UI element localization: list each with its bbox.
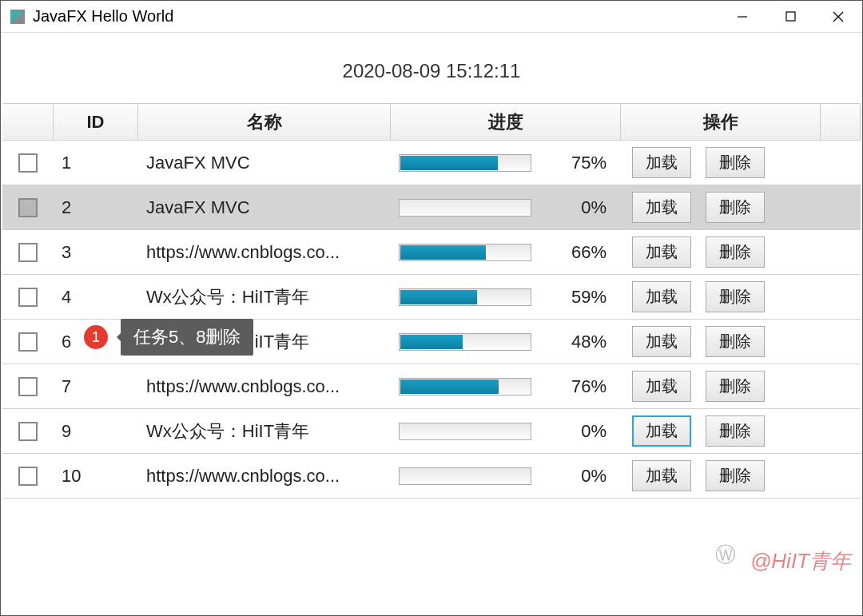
load-button[interactable]: 加载 [632, 236, 691, 268]
col-id: ID [54, 104, 138, 140]
cell-progress: 75% [391, 141, 621, 185]
cell-progress: 0% [391, 409, 621, 453]
progress-bar [399, 423, 531, 440]
load-button[interactable]: 加载 [632, 281, 691, 312]
progress-bar [399, 154, 531, 172]
row-checkbox[interactable] [18, 332, 38, 352]
cell-checkbox [2, 409, 54, 453]
titlebar: JavaFX Hello World [1, 1, 862, 33]
cell-ops: 加载删除 [621, 275, 821, 319]
cell-id: 9 [54, 409, 138, 453]
progress-percent: 75% [547, 153, 621, 173]
cell-checkbox [2, 141, 54, 185]
table-row[interactable]: 9Wx公众号：HiIT青年0%加载删除 [2, 409, 861, 454]
cell-name: JavaFX MVC [138, 141, 391, 185]
col-ops-label: 操作 [621, 110, 820, 134]
cell-spacer [821, 141, 861, 185]
delete-button[interactable]: 删除 [706, 415, 765, 447]
cell-id: 7 [54, 364, 138, 408]
cell-progress: 66% [391, 230, 621, 274]
progress-bar [399, 378, 531, 395]
progress-bar [399, 199, 531, 217]
col-spacer [821, 104, 861, 140]
delete-button[interactable]: 删除 [706, 147, 765, 178]
annotation-badge: 1 [84, 325, 108, 349]
progress-percent: 76% [547, 376, 621, 397]
progress-bar [399, 467, 531, 485]
cell-id: 1 [54, 141, 138, 185]
cell-progress: 0% [391, 454, 621, 498]
cell-id: 2 [54, 185, 138, 229]
close-button[interactable] [814, 1, 862, 32]
row-checkbox[interactable] [18, 422, 38, 441]
maximize-icon [785, 11, 796, 22]
table-header: ID 名称 进度 操作 [2, 104, 861, 141]
delete-button[interactable]: 删除 [706, 192, 765, 223]
cell-id: 3 [54, 230, 138, 274]
cell-ops: 加载删除 [621, 364, 821, 408]
cell-checkbox [2, 364, 54, 408]
table-row[interactable]: 4Wx公众号：HiIT青年59%加载删除 [2, 275, 861, 320]
cell-ops: 加载删除 [621, 230, 821, 274]
row-checkbox[interactable] [18, 467, 38, 486]
progress-bar [399, 288, 531, 306]
minimize-icon [737, 11, 748, 22]
close-icon [833, 11, 844, 22]
cell-ops: 加载删除 [621, 454, 821, 498]
load-button[interactable]: 加载 [632, 415, 691, 447]
load-button[interactable]: 加载 [632, 192, 691, 223]
table-row[interactable]: 10https://www.cnblogs.co...0%加载删除 [2, 454, 861, 499]
table-row[interactable]: 1JavaFX MVC75%加载删除 [2, 141, 861, 185]
delete-button[interactable]: 删除 [706, 236, 765, 268]
cell-checkbox [2, 320, 54, 364]
cell-progress: 0% [391, 185, 621, 229]
row-checkbox[interactable] [18, 198, 38, 217]
app-window: JavaFX Hello World 2020-08-09 15:12:11 I… [0, 0, 863, 616]
cell-progress: 48% [391, 320, 621, 364]
annotation-tooltip: 1 任务5、8删除 [84, 319, 253, 356]
cell-checkbox [2, 275, 54, 319]
delete-button[interactable]: 删除 [706, 371, 765, 402]
cell-checkbox [2, 454, 54, 498]
table-row[interactable]: 2JavaFX MVC0%加载删除 [2, 185, 861, 230]
timestamp-label: 2020-08-09 15:12:11 [2, 34, 861, 103]
cell-ops: 加载删除 [621, 409, 821, 453]
table-row[interactable]: 7https://www.cnblogs.co...76%加载删除 [2, 364, 861, 409]
cell-id: 4 [54, 275, 138, 319]
minimize-button[interactable] [718, 1, 766, 32]
cell-name: https://www.cnblogs.co... [138, 454, 391, 498]
cell-spacer [821, 409, 861, 453]
delete-button[interactable]: 删除 [706, 326, 765, 357]
cell-name: https://www.cnblogs.co... [138, 364, 391, 408]
row-checkbox[interactable] [18, 153, 38, 173]
row-checkbox[interactable] [18, 288, 38, 307]
cell-spacer [821, 275, 861, 319]
cell-spacer [821, 454, 861, 498]
progress-bar [399, 333, 531, 351]
delete-button[interactable]: 删除 [706, 281, 765, 312]
cell-ops: 加载删除 [621, 185, 821, 229]
progress-percent: 0% [547, 421, 621, 442]
content-area: 2020-08-09 15:12:11 ID 名称 进度 操作 1JavaFX … [1, 33, 862, 615]
maximize-button[interactable] [766, 1, 814, 32]
cell-checkbox [2, 230, 54, 274]
cell-spacer [821, 320, 861, 364]
tooltip-text: 任务5、8删除 [121, 319, 253, 356]
table-row[interactable]: 3https://www.cnblogs.co...66%加载删除 [2, 230, 861, 275]
progress-percent: 0% [547, 197, 621, 218]
cell-name: Wx公众号：HiIT青年 [138, 275, 391, 319]
progress-percent: 66% [547, 242, 621, 263]
cell-spacer [821, 230, 861, 274]
load-button[interactable]: 加载 [632, 147, 691, 178]
load-button[interactable]: 加载 [632, 460, 691, 491]
row-checkbox[interactable] [18, 377, 38, 396]
load-button[interactable]: 加载 [632, 371, 691, 402]
load-button[interactable]: 加载 [632, 326, 691, 357]
cell-id: 10 [54, 454, 138, 498]
cell-name: Wx公众号：HiIT青年 [138, 409, 391, 453]
delete-button[interactable]: 删除 [706, 460, 765, 491]
cell-name: https://www.cnblogs.co... [138, 230, 391, 274]
progress-percent: 48% [547, 332, 621, 352]
row-checkbox[interactable] [18, 243, 38, 262]
col-checkbox [2, 104, 54, 140]
